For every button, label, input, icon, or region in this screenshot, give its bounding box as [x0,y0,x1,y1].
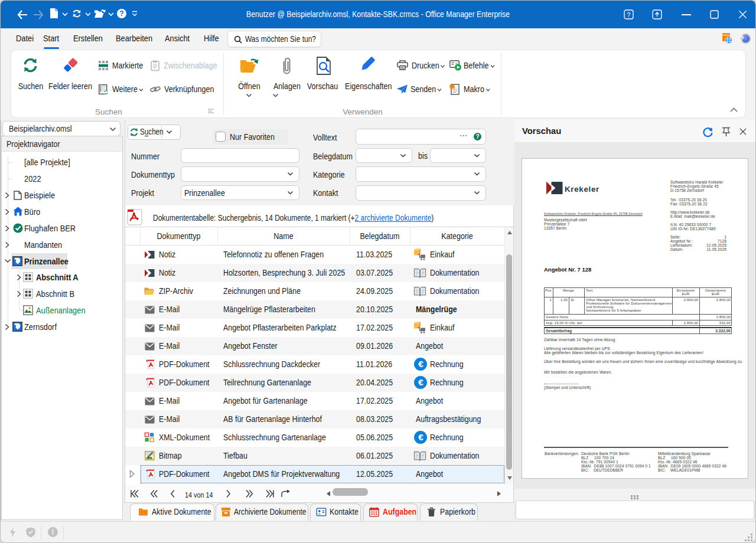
svg-text:{..}: {..} [447,85,457,90]
svg-text:?: ? [627,11,631,18]
